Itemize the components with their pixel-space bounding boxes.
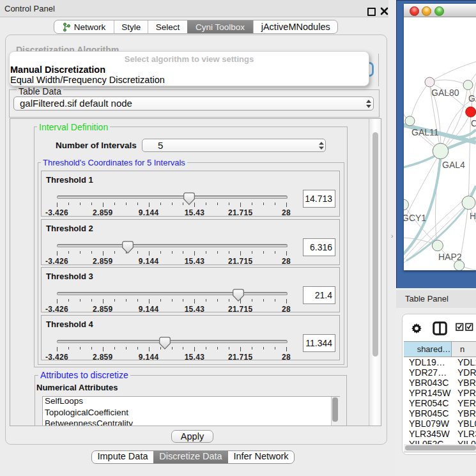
svg-text:HAP2: HAP2 [438, 252, 462, 262]
svg-text:GCY1: GCY1 [404, 213, 426, 223]
svg-text:C: C [471, 118, 476, 128]
svg-text:GAL4: GAL4 [442, 160, 465, 170]
svg-text:GAL80: GAL80 [431, 88, 459, 98]
svg-text:GA: GA [468, 93, 476, 104]
svg-text:H: H [470, 211, 476, 221]
svg-text:GAL11: GAL11 [411, 127, 439, 137]
